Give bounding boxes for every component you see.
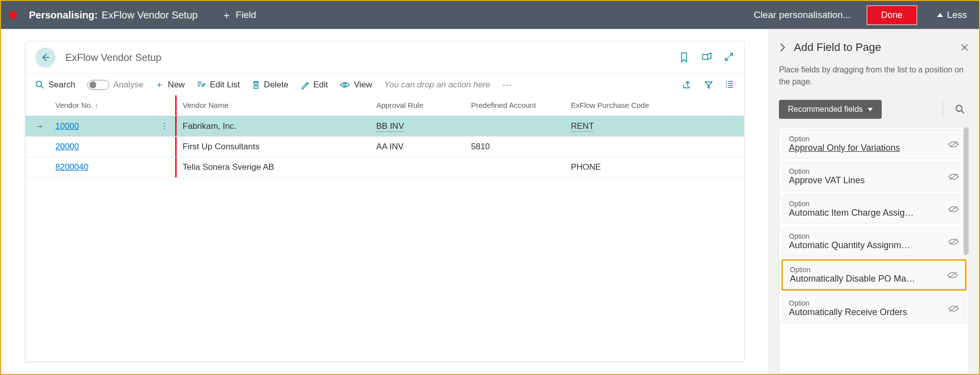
col-header-vendor-name[interactable]: Vendor Name [177,101,376,109]
pencil-icon [300,80,309,89]
row-menu-button[interactable]: ⋮ [160,121,175,131]
delete-label: Delete [264,80,288,90]
table-row[interactable]: 8200040 Telia Sonera Sverige AB PHONE [25,157,744,178]
hidden-eye-icon[interactable] [948,173,959,181]
field-type-label: Option [789,200,944,208]
toggle-icon [87,80,109,90]
cell-approval-rule[interactable]: BB INV [376,121,471,131]
less-toggle[interactable]: Less [937,9,967,20]
cell-vendor-name: Fabrikam, Inc. [177,121,376,131]
edit-list-icon [197,80,206,89]
share-icon[interactable] [682,80,692,89]
field-type-label: Option [789,299,944,307]
table-row[interactable]: 20000 First Up Consultants AA INV 5810 [25,137,744,157]
panel-title: Add Field to Page [794,41,952,54]
hidden-eye-icon[interactable] [948,238,959,246]
field-type-label: Option [789,135,944,143]
panel-close-button[interactable] [960,43,969,52]
table-header-row: Vendor No.↑ Vendor Name Approval Rule Pr… [25,95,744,116]
list-view-icon[interactable] [725,80,734,89]
add-field-button[interactable]: ＋ Field [222,8,256,22]
field-type-label: Option [789,232,944,240]
available-fields-list[interactable]: Option Approval Only for Variations Opti… [779,127,969,374]
action-drop-zone[interactable]: You can drop an action here [384,80,490,90]
page-card: ExFlow Vendor Setup Search Analyse [25,41,744,362]
cell-vendor-no[interactable]: 10000 [55,121,160,131]
col-header-exflow-code[interactable]: ExFlow Purchase Code [571,101,661,109]
delete-action[interactable]: Delete [252,80,288,90]
topbar-title: Personalising: ExFlow Vendor Setup [29,9,198,21]
arrow-left-icon [40,52,50,62]
cell-vendor-name: First Up Consultants [177,142,376,152]
table-row[interactable]: → 10000 ⋮ Fabrikam, Inc. BB INV RENT [25,116,744,137]
field-list-item[interactable]: Option Automatic Item Charge Assig… [781,194,967,224]
analyse-toggle[interactable]: Analyse [87,80,143,90]
field-name-label: Approve VAT Lines [789,175,944,186]
hidden-eye-icon[interactable] [947,271,958,279]
add-field-label: Field [236,9,256,20]
col-header-approval-rule[interactable]: Approval Rule [376,101,471,109]
field-name-label: Automatic Quantity Assignm… [789,240,944,251]
analyse-label: Analyse [113,80,143,90]
cell-exflow-code[interactable]: PHONE [571,162,661,172]
filter-icon[interactable] [704,80,713,89]
trash-icon [252,80,260,89]
panel-description: Place fields by dragging from the list t… [779,64,969,88]
eye-icon [340,81,350,88]
new-action[interactable]: ＋ New [155,79,185,90]
recommended-fields-dropdown[interactable]: Recommended fields [779,100,882,119]
search-label: Search [48,80,75,90]
edit-action[interactable]: Edit [300,80,328,90]
view-label: View [354,80,372,90]
view-action[interactable]: View [340,80,372,90]
main-content-area: ExFlow Vendor Setup Search Analyse [1,29,768,374]
col-header-predefined-account[interactable]: Predefined Account [471,101,571,109]
field-name-label: Automatic Item Charge Assig… [789,208,944,218]
recommended-fields-label: Recommended fields [788,105,863,114]
caret-up-icon [937,13,943,17]
cell-vendor-name: Telia Sonera Sverige AB [177,162,376,172]
personalising-top-bar: Personalising: ExFlow Vendor Setup ＋ Fie… [1,1,979,29]
field-list-item[interactable]: Option Automatically Disable PO Ma… [781,259,967,291]
search-action[interactable]: Search [35,80,75,90]
open-externally-icon[interactable] [701,52,712,63]
scrollbar-thumb[interactable] [964,127,969,255]
recording-indicator-icon [9,11,17,19]
edit-label: Edit [313,80,328,90]
svg-point-2 [956,105,962,111]
svg-point-1 [344,83,346,86]
plus-icon: ＋ [155,79,164,90]
card-header: ExFlow Vendor Setup [25,41,744,74]
hidden-eye-icon[interactable] [948,205,959,213]
panel-collapse-chevron-icon[interactable] [779,42,786,52]
search-icon [35,80,44,89]
collapse-icon[interactable] [724,52,734,63]
hidden-eye-icon[interactable] [948,140,959,148]
new-label: New [168,80,185,90]
field-list-item[interactable]: Option Approval Only for Variations [781,129,967,159]
sort-asc-icon: ↑ [95,102,98,109]
cell-vendor-no[interactable]: 20000 [55,142,160,152]
done-button[interactable]: Done [867,5,917,25]
bookmark-icon[interactable] [679,52,689,63]
field-list-item[interactable]: Option Approve VAT Lines [781,162,967,191]
field-type-label: Option [790,266,943,274]
cell-vendor-no[interactable]: 8200040 [55,162,160,172]
cell-predefined-account: 5810 [471,142,571,152]
vertical-divider [943,101,943,117]
svg-point-0 [36,81,42,86]
clear-personalisation-link[interactable]: Clear personalisation... [754,9,851,20]
field-name-label: Approval Only for Variations [789,143,944,153]
cell-exflow-code[interactable]: RENT [571,121,661,131]
hidden-eye-icon[interactable] [948,305,959,313]
field-name-label: Automatically Receive Orders [789,307,944,318]
edit-list-action[interactable]: Edit List [197,80,240,90]
more-actions-button[interactable]: ⋯ [502,79,512,90]
vendor-table: Vendor No.↑ Vendor Name Approval Rule Pr… [25,95,744,178]
field-list-item[interactable]: Option Automatic Quantity Assignm… [781,227,967,256]
back-button[interactable] [35,47,55,67]
field-list-item[interactable]: Option Automatically Receive Orders [781,294,967,323]
panel-search-button[interactable] [951,104,969,114]
cell-approval-rule[interactable]: AA INV [376,142,471,152]
col-header-vendor-no[interactable]: Vendor No.↑ [55,101,160,109]
